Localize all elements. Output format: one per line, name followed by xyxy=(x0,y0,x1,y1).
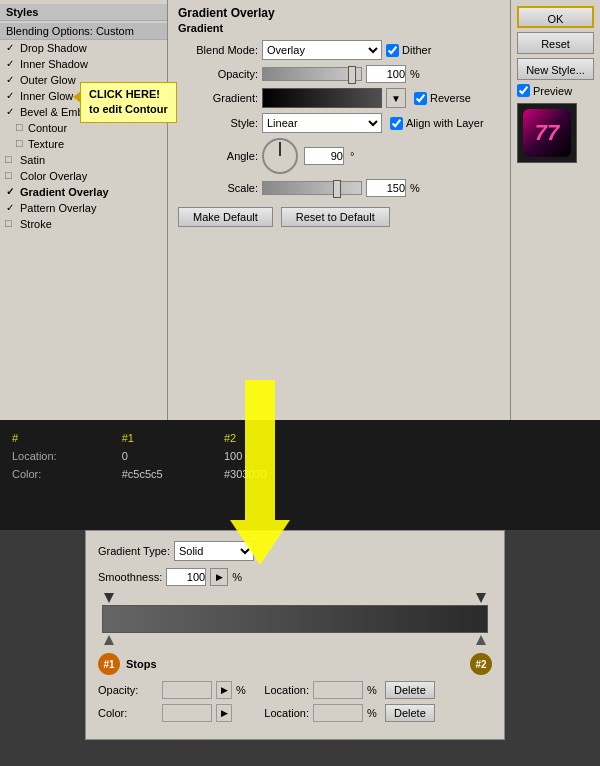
satin-item[interactable]: Satin xyxy=(0,152,167,168)
texture-item[interactable]: Texture xyxy=(0,136,167,152)
location-stop2-label: Location: xyxy=(254,707,309,719)
opacity-stop-arrow[interactable]: ▶ xyxy=(216,681,232,699)
gradient-bar[interactable] xyxy=(262,88,382,108)
preview-label: Preview xyxy=(533,85,572,97)
gradient-label: Gradient: xyxy=(178,92,258,104)
angle-unit: ° xyxy=(350,150,354,162)
preview-inner: 77 xyxy=(523,109,571,157)
panel-title: Gradient Overlay xyxy=(178,6,500,20)
dither-label: Dither xyxy=(402,44,431,56)
stop1-badge[interactable]: #1 xyxy=(98,653,120,675)
gradient-overlay-panel: Gradient Overlay Gradient Blend Mode: Ov… xyxy=(168,0,510,420)
gradient-dropdown-btn[interactable]: ▼ xyxy=(386,88,406,108)
opacity-slider-track[interactable] xyxy=(262,67,362,81)
inner-shadow-item[interactable]: Inner Shadow xyxy=(0,56,167,72)
ok-button[interactable]: OK xyxy=(517,6,594,28)
opacity-stop-row: Opacity: ▶ % Location: % Delete xyxy=(98,681,492,699)
dither-checkbox-label: Dither xyxy=(386,44,431,57)
stop1-header: #1 xyxy=(122,430,222,446)
angle-wheel[interactable] xyxy=(262,138,298,174)
arrow-down xyxy=(230,380,290,565)
reverse-checkbox[interactable] xyxy=(414,92,427,105)
panel-subtitle: Gradient xyxy=(178,22,500,34)
dark-bar: # #1 #2 Location: 0 100 Color: #c5c5c5 #… xyxy=(0,420,600,530)
gradient-row: Gradient: ▼ Reverse xyxy=(178,88,500,108)
stops-label: Stops xyxy=(120,658,470,670)
angle-indicator xyxy=(279,142,281,156)
action-buttons-row: Make Default Reset to Default xyxy=(178,207,500,227)
stops-section: #1 Stops #2 xyxy=(98,653,492,675)
pattern-overlay-item[interactable]: Pattern Overlay xyxy=(0,200,167,216)
preview-checkbox-row: Preview xyxy=(517,84,594,97)
location-label: Location: xyxy=(12,448,120,464)
new-style-button[interactable]: New Style... xyxy=(517,58,594,80)
stroke-item[interactable]: Stroke xyxy=(0,216,167,232)
blend-mode-row: Blend Mode: Overlay Dither xyxy=(178,40,500,60)
delete-stop1-button[interactable]: Delete xyxy=(385,681,435,699)
angle-row: Angle: ° xyxy=(178,138,500,174)
arrow-head xyxy=(230,520,290,565)
gradient-overlay-item[interactable]: Gradient Overlay xyxy=(0,184,167,200)
gradient-picker: ▼ xyxy=(262,88,406,108)
bottom-stop-right[interactable] xyxy=(476,635,486,645)
reverse-label: Reverse xyxy=(430,92,471,104)
location-stop2-input[interactable] xyxy=(313,704,363,722)
smoothness-input[interactable] xyxy=(166,568,206,586)
location-stop1-input[interactable] xyxy=(313,681,363,699)
color-label: Color: xyxy=(12,466,120,482)
blend-mode-select[interactable]: Overlay xyxy=(262,40,382,60)
color-stop-row: Color: ▶ Location: % Delete xyxy=(98,704,492,722)
align-with-layer-text: Align with Layer xyxy=(406,117,484,129)
delete-stop2-button[interactable]: Delete xyxy=(385,704,435,722)
blending-options-item[interactable]: Blending Options: Custom xyxy=(0,23,167,40)
styles-panel-title: Styles xyxy=(0,4,167,21)
gradient-type-row: Gradient Type: Solid xyxy=(98,541,492,561)
opacity-slider-thumb[interactable] xyxy=(348,66,356,84)
opacity-stop-pct: % xyxy=(236,684,250,696)
angle-label: Angle: xyxy=(178,150,258,162)
color-stop-label: Color: xyxy=(98,707,158,719)
drop-shadow-item[interactable]: Drop Shadow xyxy=(0,40,167,56)
location-stop1-label: Location: xyxy=(254,684,309,696)
style-row: Style: Linear Align with Layer xyxy=(178,113,500,133)
scale-slider-container: % xyxy=(262,179,420,197)
color-overlay-item[interactable]: Color Overlay xyxy=(0,168,167,184)
preview-checkbox[interactable] xyxy=(517,84,530,97)
bottom-stops-row xyxy=(102,635,488,645)
scale-slider-track[interactable] xyxy=(262,181,362,195)
smoothness-arrow-btn[interactable]: ▶ xyxy=(210,568,228,586)
bottom-stop-left[interactable] xyxy=(104,635,114,645)
scale-slider-thumb[interactable] xyxy=(333,180,341,198)
hash-header: # xyxy=(12,430,120,446)
smoothness-label: Smoothness: xyxy=(98,571,162,583)
tooltip-bubble: CLICK HERE! to edit Contour xyxy=(80,82,177,123)
gradient-editor-panel: Gradient Type: Solid Smoothness: ▶ % #1 … xyxy=(85,530,505,740)
stop2-badge[interactable]: #2 xyxy=(470,653,492,675)
angle-input[interactable] xyxy=(304,147,344,165)
opacity-input[interactable] xyxy=(366,65,406,83)
gradient-bar-wrapper xyxy=(98,593,492,645)
align-layer-checkbox[interactable] xyxy=(390,117,403,130)
right-panel: OK Reset New Style... Preview 77 xyxy=(510,0,600,420)
opacity-slider-container: % xyxy=(262,65,420,83)
scale-input[interactable] xyxy=(366,179,406,197)
make-default-button[interactable]: Make Default xyxy=(178,207,273,227)
color-stop-swatch[interactable] xyxy=(162,704,212,722)
opacity-row: Opacity: % xyxy=(178,65,500,83)
top-stop-left[interactable] xyxy=(104,593,114,603)
smoothness-unit: % xyxy=(232,571,242,583)
angle-container: ° xyxy=(262,138,354,174)
top-stop-right[interactable] xyxy=(476,593,486,603)
gradient-editor-bar[interactable] xyxy=(102,605,488,633)
location-val1: 0 xyxy=(122,448,222,464)
opacity-stop-input[interactable] xyxy=(162,681,212,699)
color-swatch-arrow[interactable]: ▶ xyxy=(216,704,232,722)
scale-row: Scale: % xyxy=(178,179,500,197)
reset-button[interactable]: Reset xyxy=(517,32,594,54)
tooltip-line1: CLICK HERE! xyxy=(89,87,168,102)
color-val1: #c5c5c5 xyxy=(122,466,222,482)
reset-default-button[interactable]: Reset to Default xyxy=(281,207,390,227)
blend-mode-label: Blend Mode: xyxy=(178,44,258,56)
style-select[interactable]: Linear xyxy=(262,113,382,133)
dither-checkbox[interactable] xyxy=(386,44,399,57)
